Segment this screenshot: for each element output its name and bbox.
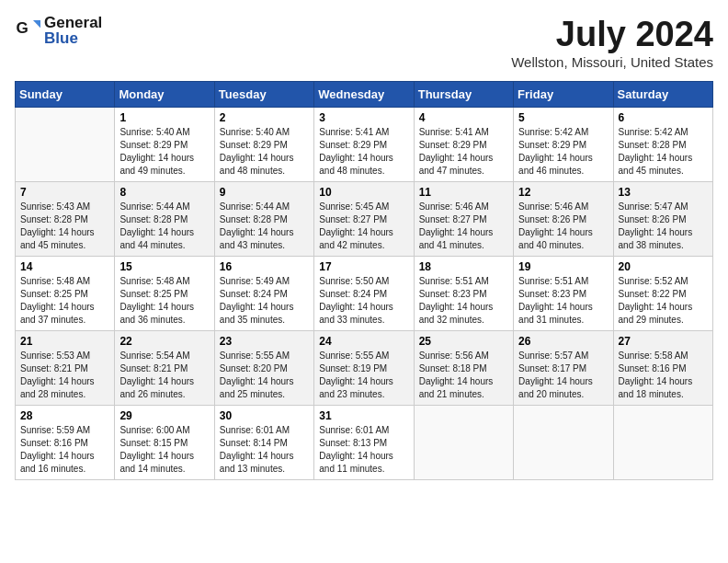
calendar-cell: 22Sunrise: 5:54 AM Sunset: 8:21 PM Dayli… — [115, 331, 214, 406]
day-number: 22 — [119, 335, 209, 348]
day-info: Sunrise: 5:59 AM Sunset: 8:16 PM Dayligh… — [20, 424, 109, 476]
day-number: 24 — [319, 335, 408, 348]
logo: G General Blue — [15, 15, 102, 46]
calendar-cell: 25Sunrise: 5:56 AM Sunset: 8:18 PM Dayli… — [414, 331, 513, 406]
calendar-cell: 14Sunrise: 5:48 AM Sunset: 8:25 PM Dayli… — [16, 257, 115, 331]
calendar-cell: 20Sunrise: 5:52 AM Sunset: 8:22 PM Dayli… — [613, 257, 712, 331]
calendar-body: 1Sunrise: 5:40 AM Sunset: 8:29 PM Daylig… — [16, 108, 713, 480]
day-number: 5 — [518, 111, 608, 124]
day-info: Sunrise: 5:48 AM Sunset: 8:25 PM Dayligh… — [20, 275, 109, 327]
day-number: 21 — [20, 335, 109, 348]
calendar-cell — [613, 406, 712, 480]
day-number: 7 — [20, 186, 109, 199]
day-number: 10 — [319, 186, 408, 199]
calendar-cell: 30Sunrise: 6:01 AM Sunset: 8:14 PM Dayli… — [214, 406, 313, 480]
header-row: SundayMondayTuesdayWednesdayThursdayFrid… — [16, 82, 713, 108]
day-number: 26 — [518, 335, 608, 348]
day-info: Sunrise: 5:49 AM Sunset: 8:24 PM Dayligh… — [220, 275, 309, 327]
calendar-week: 7Sunrise: 5:43 AM Sunset: 8:28 PM Daylig… — [16, 182, 713, 257]
calendar-cell: 29Sunrise: 6:00 AM Sunset: 8:15 PM Dayli… — [115, 406, 214, 480]
day-number: 20 — [619, 260, 708, 273]
day-info: Sunrise: 5:40 AM Sunset: 8:29 PM Dayligh… — [119, 126, 209, 178]
calendar-week: 14Sunrise: 5:48 AM Sunset: 8:25 PM Dayli… — [16, 257, 713, 331]
day-number: 17 — [319, 260, 408, 273]
calendar-cell: 28Sunrise: 5:59 AM Sunset: 8:16 PM Dayli… — [16, 406, 115, 480]
main-title: July 2024 — [511, 15, 713, 54]
day-number: 27 — [619, 335, 708, 348]
calendar-week: 28Sunrise: 5:59 AM Sunset: 8:16 PM Dayli… — [16, 406, 713, 480]
day-info: Sunrise: 5:56 AM Sunset: 8:18 PM Dayligh… — [419, 350, 508, 401]
day-info: Sunrise: 5:45 AM Sunset: 8:27 PM Dayligh… — [319, 201, 408, 252]
svg-text:G: G — [17, 19, 28, 37]
calendar-cell: 4Sunrise: 5:41 AM Sunset: 8:29 PM Daylig… — [414, 108, 513, 182]
day-info: Sunrise: 5:44 AM Sunset: 8:28 PM Dayligh… — [119, 201, 209, 252]
day-info: Sunrise: 5:53 AM Sunset: 8:21 PM Dayligh… — [20, 350, 109, 401]
calendar-cell: 10Sunrise: 5:45 AM Sunset: 8:27 PM Dayli… — [314, 182, 414, 257]
day-number: 2 — [220, 111, 309, 124]
weekday-header: Saturday — [613, 82, 712, 108]
day-info: Sunrise: 5:55 AM Sunset: 8:20 PM Dayligh… — [220, 350, 309, 401]
day-info: Sunrise: 5:57 AM Sunset: 8:17 PM Dayligh… — [518, 350, 608, 401]
day-info: Sunrise: 5:42 AM Sunset: 8:28 PM Dayligh… — [619, 126, 708, 178]
day-number: 11 — [419, 186, 508, 199]
calendar: SundayMondayTuesdayWednesdayThursdayFrid… — [15, 81, 713, 480]
day-number: 28 — [20, 409, 109, 422]
calendar-cell: 6Sunrise: 5:42 AM Sunset: 8:28 PM Daylig… — [613, 108, 712, 182]
subtitle: Wellston, Missouri, United States — [511, 54, 713, 70]
calendar-cell: 9Sunrise: 5:44 AM Sunset: 8:28 PM Daylig… — [214, 182, 313, 257]
day-info: Sunrise: 5:55 AM Sunset: 8:19 PM Dayligh… — [319, 350, 408, 401]
calendar-cell: 3Sunrise: 5:41 AM Sunset: 8:29 PM Daylig… — [314, 108, 414, 182]
day-info: Sunrise: 5:58 AM Sunset: 8:16 PM Dayligh… — [619, 350, 708, 401]
day-info: Sunrise: 5:41 AM Sunset: 8:29 PM Dayligh… — [319, 126, 408, 178]
calendar-cell: 27Sunrise: 5:58 AM Sunset: 8:16 PM Dayli… — [613, 331, 712, 406]
calendar-cell: 16Sunrise: 5:49 AM Sunset: 8:24 PM Dayli… — [214, 257, 313, 331]
calendar-cell: 13Sunrise: 5:47 AM Sunset: 8:26 PM Dayli… — [613, 182, 712, 257]
day-number: 3 — [319, 111, 408, 124]
day-number: 12 — [518, 186, 608, 199]
title-area: July 2024 Wellston, Missouri, United Sta… — [511, 15, 713, 70]
day-number: 15 — [119, 260, 209, 273]
calendar-cell: 5Sunrise: 5:42 AM Sunset: 8:29 PM Daylig… — [514, 108, 613, 182]
calendar-cell: 19Sunrise: 5:51 AM Sunset: 8:23 PM Dayli… — [514, 257, 613, 331]
day-number: 9 — [220, 186, 309, 199]
calendar-cell — [414, 406, 513, 480]
day-number: 13 — [619, 186, 708, 199]
day-info: Sunrise: 5:48 AM Sunset: 8:25 PM Dayligh… — [119, 275, 209, 327]
calendar-cell: 26Sunrise: 5:57 AM Sunset: 8:17 PM Dayli… — [514, 331, 613, 406]
calendar-cell: 31Sunrise: 6:01 AM Sunset: 8:13 PM Dayli… — [314, 406, 414, 480]
day-info: Sunrise: 5:42 AM Sunset: 8:29 PM Dayligh… — [518, 126, 608, 178]
day-number: 23 — [220, 335, 309, 348]
day-number: 6 — [619, 111, 708, 124]
calendar-cell: 15Sunrise: 5:48 AM Sunset: 8:25 PM Dayli… — [115, 257, 214, 331]
weekday-header: Friday — [514, 82, 613, 108]
day-number: 8 — [119, 186, 209, 199]
day-number: 16 — [220, 260, 309, 273]
weekday-header: Tuesday — [214, 82, 313, 108]
day-info: Sunrise: 5:51 AM Sunset: 8:23 PM Dayligh… — [518, 275, 608, 327]
day-info: Sunrise: 5:46 AM Sunset: 8:26 PM Dayligh… — [518, 201, 608, 252]
day-number: 30 — [220, 409, 309, 422]
day-info: Sunrise: 6:01 AM Sunset: 8:13 PM Dayligh… — [319, 424, 408, 476]
weekday-header: Sunday — [16, 82, 115, 108]
day-info: Sunrise: 5:44 AM Sunset: 8:28 PM Dayligh… — [220, 201, 309, 252]
day-number: 19 — [518, 260, 608, 273]
header: G General Blue July 2024 Wellston, Misso… — [15, 15, 713, 70]
calendar-cell — [16, 108, 115, 182]
calendar-cell — [514, 406, 613, 480]
day-info: Sunrise: 5:41 AM Sunset: 8:29 PM Dayligh… — [419, 126, 508, 178]
day-number: 18 — [419, 260, 508, 273]
day-info: Sunrise: 5:52 AM Sunset: 8:22 PM Dayligh… — [619, 275, 708, 327]
day-info: Sunrise: 5:47 AM Sunset: 8:26 PM Dayligh… — [619, 201, 708, 252]
day-info: Sunrise: 5:40 AM Sunset: 8:29 PM Dayligh… — [220, 126, 309, 178]
day-number: 29 — [119, 409, 209, 422]
day-info: Sunrise: 6:00 AM Sunset: 8:15 PM Dayligh… — [119, 424, 209, 476]
calendar-header: SundayMondayTuesdayWednesdayThursdayFrid… — [16, 82, 713, 108]
day-number: 4 — [419, 111, 508, 124]
calendar-cell: 17Sunrise: 5:50 AM Sunset: 8:24 PM Dayli… — [314, 257, 414, 331]
logo-blue: Blue — [44, 29, 78, 47]
day-info: Sunrise: 5:46 AM Sunset: 8:27 PM Dayligh… — [419, 201, 508, 252]
day-number: 25 — [419, 335, 508, 348]
calendar-week: 1Sunrise: 5:40 AM Sunset: 8:29 PM Daylig… — [16, 108, 713, 182]
weekday-header: Monday — [115, 82, 214, 108]
day-info: Sunrise: 5:50 AM Sunset: 8:24 PM Dayligh… — [319, 275, 408, 327]
